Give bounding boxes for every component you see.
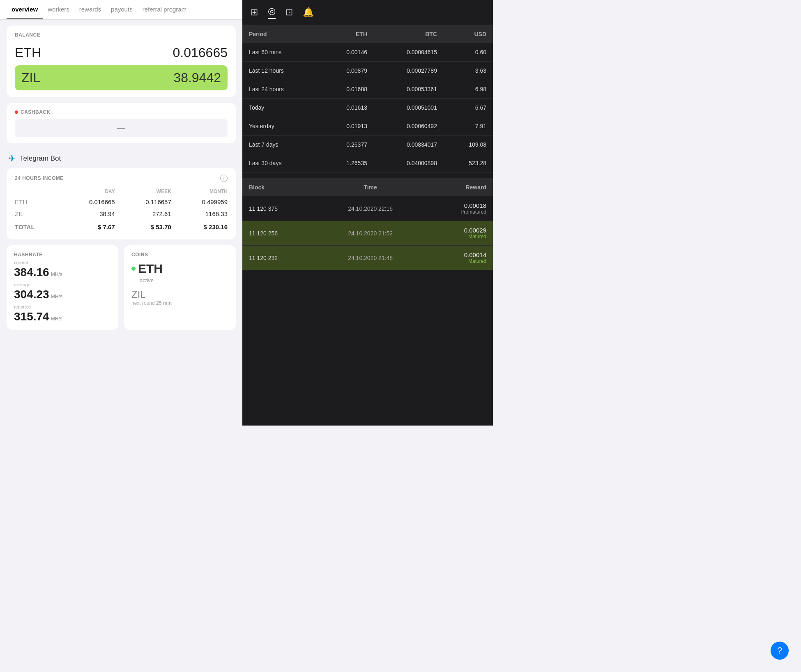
income-eth-day: 0.016665 <box>59 196 115 208</box>
balance-card: BALANCE ETH 0.016665 ZIL 38.9442 <box>7 25 236 97</box>
income-eth-coin: ETH <box>15 196 59 208</box>
block-reward: 0.00018 Prematured <box>423 196 493 221</box>
income-zil-week: 272.61 <box>115 208 171 220</box>
table-row: 11 120 375 24.10.2020 22:16 0.00018 Prem… <box>242 196 493 221</box>
timer-icon[interactable]: ◎ <box>268 6 276 19</box>
table-row: Last 60 mins 0.00146 0.00004615 0.60 <box>242 43 493 62</box>
usd-cell: 6.98 <box>444 80 493 99</box>
balance-label: BALANCE <box>15 32 228 38</box>
eth-cell: 0.01913 <box>319 117 374 136</box>
rewards-table: Period ETH BTC USD Last 60 mins 0.00146 … <box>242 25 493 173</box>
eth-coin-status: active <box>140 277 154 283</box>
right-panel: ⊞ ◎ ⊡ 🔔 Period ETH BTC USD Last 60 mins … <box>242 0 493 426</box>
hashrate-average-label: average <box>14 282 111 287</box>
table-row: Last 12 hours 0.00879 0.00027789 3.63 <box>242 62 493 80</box>
table-row: Yesterday 0.01913 0.00060492 7.91 <box>242 117 493 136</box>
income-header: 24 HOURS INCOME i <box>15 175 228 182</box>
section-divider <box>242 173 493 178</box>
telegram-bot-row[interactable]: ✈ Telegram Bot <box>0 149 242 168</box>
block-number: 11 120 375 <box>242 196 318 221</box>
tab-overview[interactable]: overview <box>7 0 43 19</box>
period-cell: Yesterday <box>242 117 319 136</box>
income-eth-week: 0.116657 <box>115 196 171 208</box>
income-eth-month: 0.499959 <box>171 196 228 208</box>
zil-coin-label: ZIL <box>21 70 40 85</box>
income-zil-month: 1168.33 <box>171 208 228 220</box>
rewards-col-usd: USD <box>444 25 493 43</box>
right-nav: ⊞ ◎ ⊡ 🔔 <box>242 0 493 25</box>
zil-balance-row: ZIL 38.9442 <box>15 65 228 90</box>
block-col-time: Time <box>318 178 423 196</box>
btc-cell: 0.00060492 <box>374 117 444 136</box>
hashrate-current-value: 384.16 MH/s <box>14 266 111 279</box>
income-col-week: WEEK <box>115 187 171 196</box>
table-row: Today 0.01613 0.00051001 6.67 <box>242 99 493 117</box>
eth-cell: 1.26535 <box>319 154 374 173</box>
eth-balance-row: ETH 0.016665 <box>15 42 228 64</box>
coins-label: COINS <box>131 252 228 258</box>
coins-card: COINS ETH active ZIL next round 25 min <box>124 245 236 330</box>
tab-payouts[interactable]: payouts <box>106 0 138 19</box>
rewards-col-period: Period <box>242 25 319 43</box>
block-time: 24.10.2020 21:52 <box>318 221 423 246</box>
eth-cell: 0.00146 <box>319 43 374 62</box>
rewards-col-btc: BTC <box>374 25 444 43</box>
green-dot-icon <box>131 267 136 271</box>
block-reward: 0.00029 Matured <box>423 221 493 246</box>
hashrate-average-value: 304.23 MH/s <box>14 288 111 301</box>
tab-rewards[interactable]: rewards <box>74 0 106 19</box>
btc-cell: 0.00004615 <box>374 43 444 62</box>
block-col-block: Block <box>242 178 318 196</box>
table-row: ETH 0.016665 0.116657 0.499959 <box>15 196 228 208</box>
eth-coin-name: ETH <box>138 262 163 276</box>
rewards-col-eth: ETH <box>319 25 374 43</box>
income-total-month: $ 230.16 <box>171 220 228 233</box>
income-col-coin <box>15 187 59 196</box>
red-dot-icon <box>15 110 18 114</box>
zil-coin-section: ZIL next round 25 min <box>131 289 228 306</box>
hashrate-current-unit: MH/s <box>51 272 62 277</box>
btc-cell: 0.04000898 <box>374 154 444 173</box>
block-time: 24.10.2020 21:48 <box>318 246 423 270</box>
btc-cell: 0.00834017 <box>374 136 444 154</box>
tab-referral[interactable]: referral program <box>138 0 192 19</box>
income-col-month: MONTH <box>171 187 228 196</box>
income-total-label: TOTAL <box>15 220 59 233</box>
block-col-reward: Reward <box>423 178 493 196</box>
info-icon[interactable]: i <box>220 175 228 182</box>
block-reward: 0.00014 Matured <box>423 246 493 270</box>
hashrate-card: HASHRATE current 384.16 MH/s average 304… <box>7 245 118 330</box>
income-table: DAY WEEK MONTH ETH 0.016665 0.116657 0.4… <box>15 187 228 233</box>
income-total-week: $ 53.70 <box>115 220 171 233</box>
eth-cell: 0.26377 <box>319 136 374 154</box>
layers-icon[interactable]: ⊞ <box>251 7 258 18</box>
income-col-day: DAY <box>59 187 115 196</box>
bottom-panels: HASHRATE current 384.16 MH/s average 304… <box>7 245 236 330</box>
blocks-table: Block Time Reward 11 120 375 24.10.2020 … <box>242 178 493 270</box>
zil-balance-amount: 38.9442 <box>173 70 221 85</box>
income-card: 24 HOURS INCOME i DAY WEEK MONTH ETH 0.0… <box>7 168 236 239</box>
hashrate-average-unit: MH/s <box>51 294 62 299</box>
telegram-label: Telegram Bot <box>20 154 61 163</box>
cashback-value: — <box>15 119 228 137</box>
table-row: Last 30 days 1.26535 0.04000898 523.28 <box>242 154 493 173</box>
usd-cell: 523.28 <box>444 154 493 173</box>
eth-coin-label: ETH <box>15 45 41 60</box>
hashrate-reported-value: 315.74 MH/s <box>14 310 111 323</box>
eth-cell: 0.00879 <box>319 62 374 80</box>
eth-balance-amount: 0.016665 <box>173 45 228 60</box>
bell-icon[interactable]: 🔔 <box>303 7 314 18</box>
period-cell: Last 7 days <box>242 136 319 154</box>
hashrate-label: HASHRATE <box>14 252 111 258</box>
folder-icon[interactable]: ⊡ <box>285 7 293 18</box>
cashback-card: CASHBACK — <box>7 103 236 143</box>
table-row: ZIL 38.94 272.61 1168.33 <box>15 208 228 220</box>
hashrate-reported-unit: MH/s <box>51 316 62 322</box>
telegram-icon: ✈ <box>8 153 16 164</box>
period-cell: Last 30 days <box>242 154 319 173</box>
period-cell: Today <box>242 99 319 117</box>
table-row: 11 120 232 24.10.2020 21:48 0.00014 Matu… <box>242 246 493 270</box>
tab-workers[interactable]: workers <box>43 0 74 19</box>
left-panel: overview workers rewards payouts referra… <box>0 0 242 426</box>
btc-cell: 0.00051001 <box>374 99 444 117</box>
